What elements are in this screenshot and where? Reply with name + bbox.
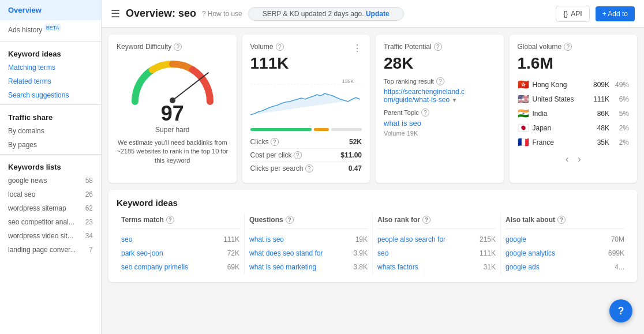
volume-value: 111K	[250, 54, 362, 73]
clicks-row: Clicks ? 52K	[250, 136, 362, 149]
sidebar-item-related-terms[interactable]: Related terms	[0, 74, 101, 88]
kw-ideas-col-header: Terms match?	[121, 213, 239, 229]
kw-ideas-val: 3.8K	[353, 263, 368, 271]
kw-ideas-term[interactable]: what does seo stand for	[249, 249, 323, 257]
clicks-help-icon[interactable]: ?	[271, 138, 279, 146]
kw-ideas-term[interactable]: google ads	[506, 263, 540, 271]
kw-ideas-title: Keyword ideas	[117, 198, 629, 208]
kw-ideas-term[interactable]: seo	[121, 235, 132, 243]
kw-ideas-row: people also search for 215K	[377, 232, 496, 246]
sidebar-item-ads[interactable]: Ads history BETA	[0, 20, 101, 39]
kw-ideas-term[interactable]: google	[506, 235, 526, 243]
country-flag: 🇭🇰	[518, 79, 529, 90]
kw-ideas-term[interactable]: google analytics	[506, 249, 555, 257]
sidebar-keyword-ideas-title: Keyword ideas	[0, 44, 101, 61]
kw-ideas-term[interactable]: what is seo marketing	[249, 263, 316, 271]
sidebar-item-search-suggestions[interactable]: Search suggestions	[0, 88, 101, 102]
country-volume: 809K	[586, 81, 609, 89]
kd-help-icon[interactable]: ?	[174, 43, 182, 51]
kw-ideas-val: 111K	[480, 249, 496, 257]
sidebar-kw-item[interactable]: wordpress video sit...34	[0, 229, 101, 243]
kw-ideas-row: google 70M	[506, 232, 624, 246]
volume-more-icon[interactable]: ⋮	[353, 43, 362, 54]
parent-topic-label: Parent Topic ?	[384, 108, 496, 117]
keyword-ideas-grid: Terms match? seo 111K park seo-joon 72K …	[117, 213, 629, 274]
kw-ideas-row: seo company primelis 69K	[121, 260, 239, 274]
keyword-difficulty-card: Keyword Difficulty ?	[108, 35, 237, 183]
update-link[interactable]: Update	[366, 10, 390, 18]
col-help-icon[interactable]: ?	[166, 216, 174, 224]
gv-row: 🇺🇸 United States 111K 6%	[518, 92, 630, 106]
sidebar-kw-item[interactable]: local seo26	[0, 187, 101, 201]
gv-value: 1.6M	[518, 54, 630, 73]
kw-ideas-row: what is seo marketing 3.8K	[249, 260, 368, 274]
country-name: United States	[533, 95, 583, 103]
gv-help-icon[interactable]: ?	[564, 43, 572, 51]
kw-ideas-row: google analytics 699K	[506, 246, 624, 260]
kw-ideas-term[interactable]: what is seo	[249, 235, 284, 243]
country-pct: 49%	[613, 81, 629, 89]
kw-ideas-row: seo 111K	[377, 246, 496, 260]
sidebar-keywords-lists-title: Keywords lists	[0, 157, 101, 174]
sidebar-kw-list: google news58local seo26wordpress sitema…	[0, 174, 101, 257]
kw-ideas-term[interactable]: whats factors	[377, 263, 418, 271]
top-ranking-help-icon[interactable]: ?	[436, 77, 444, 85]
hamburger-icon[interactable]: ☰	[111, 7, 120, 20]
col-help-icon[interactable]: ?	[557, 216, 566, 224]
cpc-row: Cost per click ? $11.00	[250, 149, 362, 162]
keyword-ideas-section: Keyword ideas Terms match? seo 111K park…	[108, 190, 637, 282]
country-pct: 5%	[613, 110, 629, 118]
volume-card: Volume ? ⋮ 111K 136K	[242, 35, 370, 183]
sidebar-kw-item[interactable]: seo competitor anal...23	[0, 215, 101, 229]
kd-note: We estimate you'll need backlinks from ~…	[117, 138, 229, 165]
kw-ideas-term[interactable]: seo	[377, 249, 388, 257]
country-name: India	[533, 110, 583, 118]
sidebar-item-by-pages[interactable]: By pages	[0, 138, 101, 152]
help-button[interactable]: ?	[609, 299, 632, 322]
cps-help-icon[interactable]: ?	[305, 164, 313, 172]
country-name: Hong Kong	[533, 81, 583, 89]
kw-ideas-term[interactable]: people also search for	[377, 235, 445, 243]
top-ranking-link[interactable]: https://searchengineland.c om/guide/what…	[384, 88, 496, 104]
cpc-help-icon[interactable]: ?	[294, 151, 302, 159]
country-volume: 86K	[586, 110, 609, 118]
traffic-potential-card: Traffic Potential ? 28K Top ranking resu…	[376, 35, 504, 183]
sidebar: Overview Ads history BETA Keyword ideas …	[0, 0, 102, 334]
sidebar-item-by-domains[interactable]: By domains	[0, 124, 101, 138]
col-help-icon[interactable]: ?	[422, 216, 430, 224]
api-button[interactable]: {} API	[556, 6, 589, 22]
add-to-button[interactable]: + Add to	[596, 6, 635, 21]
sidebar-kw-item[interactable]: google news58	[0, 174, 101, 187]
how-to-use-link[interactable]: ? How to use	[202, 10, 242, 18]
gv-card-title: Global volume ?	[518, 43, 630, 51]
sidebar-item-matching-terms[interactable]: Matching terms	[0, 61, 101, 74]
volume-help-icon[interactable]: ?	[276, 43, 284, 51]
gv-row: 🇫🇷 France 35K 2%	[518, 135, 630, 149]
parent-topic-help-icon[interactable]: ?	[421, 108, 429, 117]
gv-prev-button[interactable]: ‹	[566, 154, 568, 164]
sidebar-kw-item[interactable]: wordpress sitemap62	[0, 201, 101, 215]
tp-help-icon[interactable]: ?	[434, 43, 442, 51]
kw-ideas-row: whats factors 31K	[377, 260, 496, 274]
col-help-icon[interactable]: ?	[286, 216, 294, 224]
tp-value: 28K	[384, 54, 496, 73]
kw-ideas-col-3: Also talk about? google 70M google analy…	[501, 213, 629, 274]
tp-volume-label: Volume 19K	[384, 130, 496, 137]
kw-ideas-row: what does seo stand for 3.9K	[249, 246, 368, 260]
kw-ideas-term[interactable]: seo company primelis	[121, 263, 188, 271]
svg-text:136K: 136K	[342, 78, 353, 84]
gauge-chart	[126, 55, 219, 107]
kd-card-title: Keyword Difficulty ?	[117, 43, 229, 51]
gv-row: 🇮🇳 India 86K 5%	[518, 106, 630, 121]
header: ☰ Overview: seo ? How to use SERP & KD u…	[102, 0, 644, 28]
country-flag: 🇮🇳	[518, 108, 529, 119]
country-pct: 2%	[613, 124, 629, 132]
gv-next-button[interactable]: ›	[578, 154, 581, 164]
kw-ideas-val: 215K	[480, 235, 496, 243]
sidebar-item-overview[interactable]: Overview	[0, 0, 101, 20]
country-volume: 35K	[586, 138, 609, 147]
sidebar-kw-item[interactable]: landing page conver...7	[0, 243, 101, 257]
parent-topic-link[interactable]: what is seo	[384, 119, 496, 127]
gv-row: 🇭🇰 Hong Kong 809K 49%	[518, 77, 630, 92]
kw-ideas-term[interactable]: park seo-joon	[121, 249, 163, 257]
